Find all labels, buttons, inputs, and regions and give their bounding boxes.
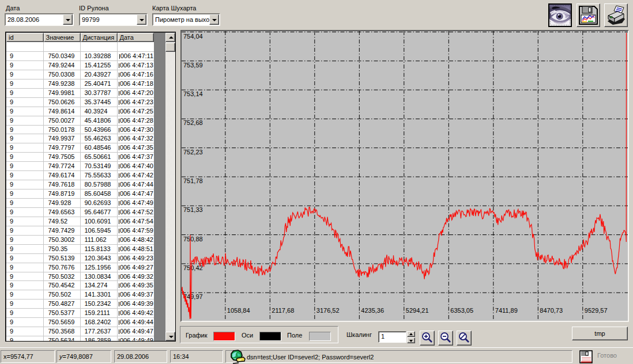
svg-text:751,33: 751,33	[183, 206, 203, 213]
svg-text:5294,21: 5294,21	[406, 307, 429, 314]
svg-text:1058,84: 1058,84	[227, 307, 250, 314]
svg-text:9529,57: 9529,57	[585, 307, 608, 314]
svg-text:8470,73: 8470,73	[540, 307, 563, 314]
svg-text:752,68: 752,68	[183, 119, 203, 126]
svg-text:6353,05: 6353,05	[450, 307, 473, 314]
svg-text:3176,52: 3176,52	[316, 307, 340, 314]
svg-text:750,88: 750,88	[183, 236, 203, 242]
svg-text:754,04: 754,04	[183, 33, 203, 40]
svg-text:751,78: 751,78	[183, 177, 203, 184]
svg-text:753,59: 753,59	[183, 62, 203, 69]
svg-text:753,14: 753,14	[183, 90, 203, 97]
svg-text:2117,68: 2117,68	[272, 307, 294, 314]
svg-text:7411,89: 7411,89	[495, 307, 518, 314]
svg-text:752,23: 752,23	[183, 149, 203, 156]
svg-text:4235,36: 4235,36	[361, 307, 384, 314]
svg-text:749,97: 749,97	[183, 293, 203, 300]
